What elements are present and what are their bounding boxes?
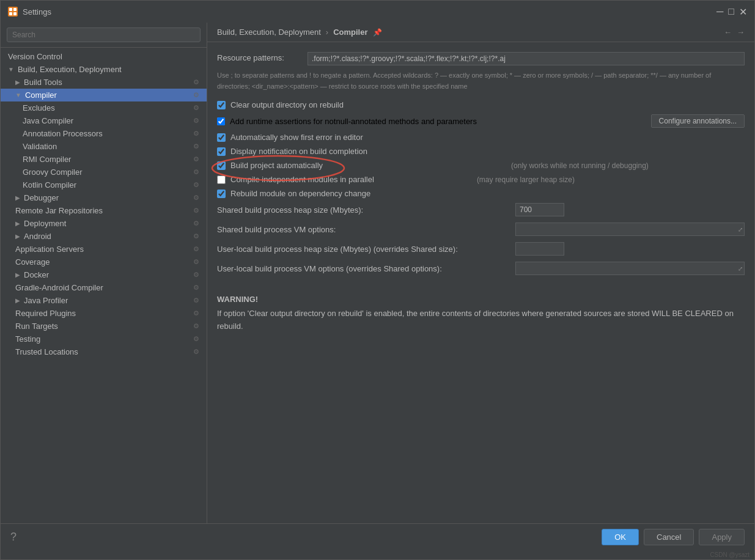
sidebar-item-inner-application-servers: Application Servers	[15, 245, 84, 254]
shared-vm-input[interactable]	[515, 223, 745, 236]
display-notification-checkbox[interactable]	[217, 147, 226, 156]
sidebar-item-docker[interactable]: ▶Docker⚙	[1, 268, 207, 281]
sidebar-item-build-execution-deployment[interactable]: ▼Build, Execution, Deployment	[1, 63, 207, 76]
sidebar-item-version-control[interactable]: Version Control	[1, 50, 207, 63]
sidebar-item-run-targets[interactable]: Run Targets⚙	[1, 320, 207, 333]
sidebar-item-java-compiler[interactable]: Java Compiler⚙	[1, 114, 207, 127]
sidebar-item-label-version-control: Version Control	[8, 52, 62, 61]
resource-patterns-input[interactable]	[308, 52, 745, 65]
sidebar-item-label-gradle-android-compiler: Gradle-Android Compiler	[15, 283, 103, 292]
sidebar-item-label-trusted-locations: Trusted Locations	[15, 347, 78, 356]
sidebar-item-excludes[interactable]: Excludes⚙	[1, 101, 207, 114]
auto-show-error-checkbox[interactable]	[217, 133, 226, 142]
sidebar-item-groovy-compiler[interactable]: Groovy Compiler⚙	[1, 166, 207, 179]
shared-vm-wrap: ⤢	[515, 223, 745, 236]
shared-vm-expand-icon[interactable]: ⤢	[738, 226, 743, 233]
add-runtime-inner: Add runtime assertions for notnull-annot…	[217, 117, 477, 126]
sidebar-item-label-docker: Docker	[24, 270, 49, 279]
sidebar-settings-icon-application-servers: ⚙	[193, 245, 199, 253]
shared-heap-input[interactable]	[515, 203, 564, 216]
ok-button[interactable]: OK	[602, 529, 639, 545]
back-arrow[interactable]: ←	[724, 28, 732, 37]
cancel-button[interactable]: Cancel	[644, 529, 694, 545]
forward-arrow[interactable]: →	[737, 28, 745, 37]
sidebar-item-debugger[interactable]: ▶Debugger⚙	[1, 191, 207, 204]
breadcrumb-separator: ›	[326, 28, 328, 37]
sidebar-item-testing[interactable]: Testing⚙	[1, 333, 207, 345]
sidebar-settings-icon-coverage: ⚙	[193, 258, 199, 266]
app-icon	[8, 7, 18, 17]
build-automatically-checkbox[interactable]	[217, 161, 226, 170]
add-runtime-checkbox[interactable]	[217, 117, 225, 125]
sidebar-item-remote-jar-repos[interactable]: Remote Jar Repositories⚙	[1, 204, 207, 217]
shared-heap-label: Shared build process heap size (Mbytes):	[217, 205, 510, 215]
sidebar-item-inner-annotation-processors: Annotation Processors	[23, 129, 103, 138]
sidebar-item-rmi-compiler[interactable]: RMI Compiler⚙	[1, 153, 207, 166]
sidebar-item-gradle-android-compiler[interactable]: Gradle-Android Compiler⚙	[1, 281, 207, 294]
search-input[interactable]	[7, 28, 201, 42]
display-notification-label: Display notification on build completion	[230, 147, 367, 156]
sidebar-item-application-servers[interactable]: Application Servers⚙	[1, 243, 207, 256]
sidebar-settings-icon-required-plugins: ⚙	[193, 309, 199, 317]
svg-rect-0	[9, 8, 12, 11]
settings-content: Resource patterns: Use ; to separate pat…	[207, 42, 754, 523]
sidebar-item-inner-required-plugins: Required Plugins	[15, 309, 76, 318]
close-button[interactable]: ✕	[739, 6, 747, 18]
user-vm-label: User-local build process VM options (ove…	[217, 264, 510, 273]
sidebar-item-validation[interactable]: Validation⚙	[1, 140, 207, 153]
configure-annotations-button[interactable]: Configure annotations...	[651, 114, 745, 128]
user-vm-expand-icon[interactable]: ⤢	[738, 265, 743, 272]
sidebar-item-deployment[interactable]: ▶Deployment⚙	[1, 217, 207, 230]
sidebar-item-trusted-locations[interactable]: Trusted Locations⚙	[1, 345, 207, 358]
main-panel: Build, Execution, Deployment › Compiler …	[207, 23, 754, 523]
user-heap-row: User-local build process heap size (Mbyt…	[217, 242, 745, 256]
shared-vm-row: Shared build process VM options: ⤢	[217, 223, 745, 236]
main-content: Version Control▼Build, Execution, Deploy…	[1, 23, 754, 523]
user-vm-input[interactable]	[515, 262, 745, 275]
build-automatically-note: (only works while not running / debuggin…	[511, 161, 649, 170]
compile-parallel-checkbox[interactable]	[217, 175, 226, 184]
apply-button[interactable]: Apply	[699, 529, 745, 545]
tree-arrow-android: ▶	[15, 233, 20, 240]
sidebar-item-kotlin-compiler[interactable]: Kotlin Compiler⚙	[1, 179, 207, 191]
user-heap-label: User-local build process heap size (Mbyt…	[217, 245, 510, 254]
maximize-button[interactable]: □	[728, 6, 734, 18]
sidebar-item-inner-compiler: ▼Compiler	[15, 90, 57, 100]
warning-box: WARNING! If option 'Clear output directo…	[217, 287, 745, 341]
sidebar-item-java-profiler[interactable]: ▶Java Profiler⚙	[1, 294, 207, 307]
sidebar-item-inner-rmi-compiler: RMI Compiler	[23, 155, 71, 164]
window-title: Settings	[23, 7, 51, 17]
user-vm-wrap: ⤢	[515, 262, 745, 275]
tree-arrow-build-execution-deployment: ▼	[8, 66, 14, 73]
shared-heap-row: Shared build process heap size (Mbytes):	[217, 203, 745, 216]
sidebar-item-compiler[interactable]: ▼Compiler⚙	[1, 89, 207, 101]
sidebar-item-coverage[interactable]: Coverage⚙	[1, 256, 207, 268]
sidebar-settings-icon-java-profiler: ⚙	[193, 297, 199, 304]
sidebar-item-required-plugins[interactable]: Required Plugins⚙	[1, 307, 207, 320]
sidebar-settings-icon-kotlin-compiler: ⚙	[193, 181, 199, 189]
add-runtime-row: Add runtime assertions for notnull-annot…	[217, 114, 745, 128]
minimize-button[interactable]: ─	[716, 6, 723, 18]
window-controls: ─ □ ✕	[716, 6, 747, 18]
user-heap-input[interactable]	[515, 242, 564, 256]
sidebar-item-label-build-execution-deployment: Build, Execution, Deployment	[18, 65, 122, 74]
sidebar-settings-icon-gradle-android-compiler: ⚙	[193, 284, 199, 292]
clear-output-checkbox[interactable]	[217, 101, 226, 109]
sidebar-item-inner-trusted-locations: Trusted Locations	[15, 347, 78, 356]
sidebar-item-annotation-processors[interactable]: Annotation Processors⚙	[1, 127, 207, 140]
sidebar-item-android[interactable]: ▶Android⚙	[1, 230, 207, 243]
sidebar-item-label-testing: Testing	[15, 334, 40, 344]
sidebar-item-inner-kotlin-compiler: Kotlin Compiler	[23, 180, 76, 190]
help-button[interactable]: ?	[10, 531, 17, 543]
compile-parallel-note: (may require larger heap size)	[477, 175, 575, 184]
sidebar-item-inner-validation: Validation	[23, 142, 57, 151]
sidebar-item-label-required-plugins: Required Plugins	[15, 309, 76, 318]
sidebar-settings-icon-run-targets: ⚙	[193, 322, 199, 330]
user-vm-row: User-local build process VM options (ove…	[217, 262, 745, 275]
tree-arrow-java-profiler: ▶	[15, 297, 20, 304]
add-runtime-label: Add runtime assertions for notnull-annot…	[230, 117, 477, 126]
sidebar-item-build-tools[interactable]: ▶Build Tools⚙	[1, 76, 207, 89]
sidebar-item-inner-coverage: Coverage	[15, 257, 50, 267]
resource-patterns-label: Resource patterns:	[217, 52, 303, 62]
rebuild-dependency-checkbox[interactable]	[217, 190, 226, 198]
